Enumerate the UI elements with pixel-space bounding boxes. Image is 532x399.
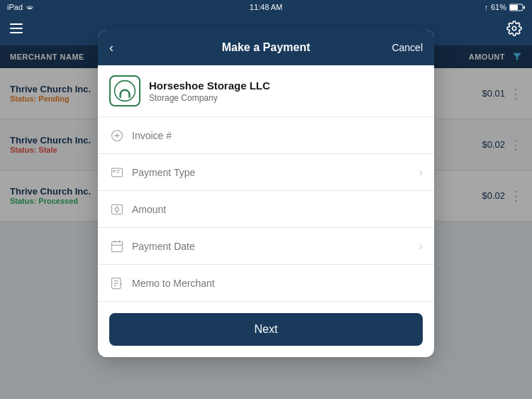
svg-point-23: [116, 207, 119, 211]
back-button[interactable]: ‹: [109, 40, 131, 55]
modal-title: Make a Payment: [222, 41, 311, 54]
next-button[interactable]: Next: [109, 313, 423, 346]
invoice-input[interactable]: [132, 130, 423, 141]
memo-input[interactable]: [132, 278, 423, 289]
svg-rect-1: [523, 6, 525, 9]
payment-type-icon: [109, 165, 125, 180]
status-time: 11:48 AM: [250, 3, 282, 11]
payment-date-field[interactable]: ›: [98, 228, 434, 265]
payment-date-input[interactable]: [132, 241, 412, 252]
svg-rect-20: [116, 170, 120, 170]
svg-rect-4: [10, 28, 23, 29]
merchant-details: Horseshoe Storage LLC Storage Company: [149, 80, 270, 103]
svg-point-12: [126, 89, 127, 91]
svg-rect-3: [10, 23, 23, 25]
svg-rect-26: [112, 241, 123, 251]
modal-header: ‹ Make a Payment Cancel: [98, 30, 434, 65]
gear-icon[interactable]: [506, 21, 522, 40]
memo-field[interactable]: [98, 265, 434, 302]
device-label: iPad: [7, 3, 23, 11]
status-bar: iPad 11:48 AM ↑ 61%: [0, 0, 532, 14]
amount-field[interactable]: [98, 191, 434, 228]
svg-point-6: [512, 26, 516, 31]
location-icon: ↑: [484, 3, 488, 11]
battery-level: 61%: [491, 3, 506, 11]
cancel-button[interactable]: Cancel: [392, 42, 423, 53]
svg-rect-19: [113, 170, 115, 172]
menu-icon[interactable]: [10, 23, 23, 36]
merchant-name-text: Horseshoe Storage LLC: [149, 80, 270, 92]
svg-rect-21: [116, 172, 118, 173]
payment-date-chevron: ›: [419, 240, 423, 253]
svg-point-11: [122, 89, 123, 91]
payment-type-chevron: ›: [419, 166, 423, 179]
invoice-field[interactable]: [98, 117, 434, 154]
status-right: ↑ 61%: [484, 3, 525, 11]
payment-type-input[interactable]: [132, 167, 412, 178]
status-left: iPad: [7, 3, 34, 11]
wifi-icon: [26, 4, 34, 11]
svg-rect-2: [510, 5, 518, 10]
merchant-info: Horseshoe Storage LLC Storage Company: [98, 65, 434, 117]
payment-modal: ‹ Make a Payment Cancel Horseshoe Storag…: [98, 30, 434, 357]
battery-icon: [509, 4, 525, 11]
merchant-logo-svg: [113, 80, 136, 102]
svg-rect-5: [10, 32, 23, 33]
amount-icon: [109, 202, 125, 217]
merchant-logo: [109, 75, 140, 106]
payment-type-field[interactable]: ›: [98, 154, 434, 191]
amount-input[interactable]: [132, 204, 423, 215]
form-fields: ›: [98, 117, 434, 302]
memo-icon: [109, 275, 125, 291]
invoice-icon: [109, 128, 125, 143]
calendar-icon: [109, 239, 125, 254]
merchant-type-text: Storage Company: [149, 93, 270, 103]
